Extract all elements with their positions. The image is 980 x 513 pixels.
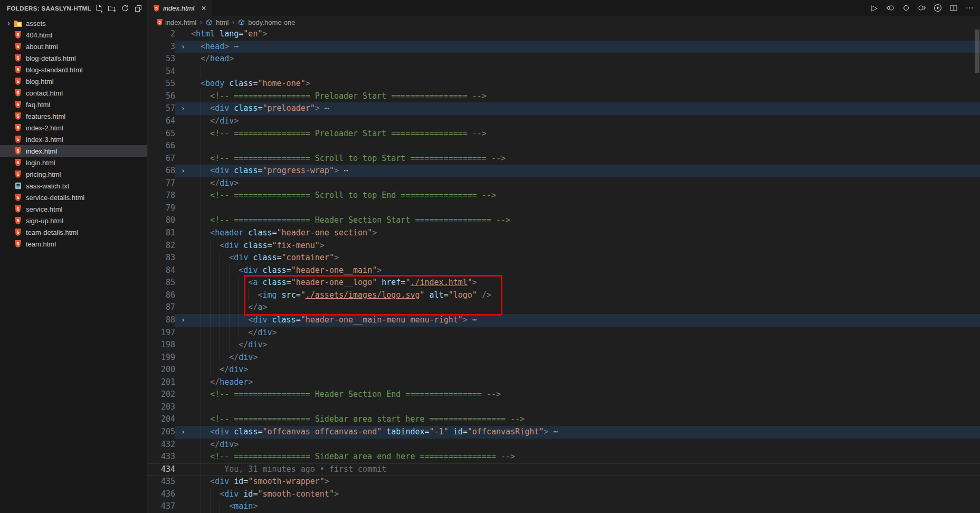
code-line-434[interactable]: 434You, 31 minutes ago • first commit <box>148 463 980 476</box>
code-line-87[interactable]: 87</a> <box>148 301 980 314</box>
code-line-55[interactable]: 55<body class="home-one"> <box>148 78 980 90</box>
code-line-198[interactable]: 198</div> <box>148 339 980 352</box>
nav-back-button[interactable] <box>885 3 896 13</box>
code-line-436[interactable]: 436<div id="smooth-content"> <box>148 488 980 501</box>
tree-item-about-html[interactable]: 5about.html <box>0 41 147 52</box>
tree-item-sign-up-html[interactable]: 5sign-up.html <box>0 215 147 226</box>
code-line-204[interactable]: 204<!-- ================ Sidebar area st… <box>148 413 980 426</box>
file-tree: ›assets5404.html5about.html5blog-details… <box>0 16 147 250</box>
chevron-right-icon[interactable]: › <box>4 19 13 27</box>
code-line-437[interactable]: 437<main> <box>148 500 980 513</box>
code-line-2[interactable]: 2<html lang="en"> <box>148 28 980 41</box>
code-line-3[interactable]: 3›<head> ⋯ <box>148 41 980 53</box>
breadcrumb-item-body[interactable]: body.home-one <box>237 18 295 26</box>
nav-circle-button[interactable] <box>901 3 911 13</box>
line-number: 3 <box>148 41 175 53</box>
tree-item-404-html[interactable]: 5404.html <box>0 29 147 41</box>
code-line-68[interactable]: 68›<div class="progress-wrap"> ⋯ <box>148 165 980 177</box>
code-line-67[interactable]: 67<!-- ================ Scroll to top St… <box>148 153 980 165</box>
code-line-84[interactable]: 84<div class="header-one__main"> <box>148 264 980 277</box>
editor-scrollbar[interactable] <box>975 30 979 73</box>
tab-bar: 5 index.html × ▷ <box>148 0 980 16</box>
new-file-button[interactable] <box>94 4 103 13</box>
code-line-57[interactable]: 57›<div class="preloader"> ⋯ <box>148 102 980 115</box>
tree-item-login-html[interactable]: 5login.html <box>0 157 147 168</box>
code-line-64[interactable]: 64</div> <box>148 115 980 128</box>
tree-item-service-html[interactable]: 5service.html <box>0 203 147 215</box>
file-label: service.html <box>26 205 62 213</box>
code-line-79[interactable]: 79 <box>148 202 980 215</box>
code-line-82[interactable]: 82<div class="fix-menu"> <box>148 240 980 252</box>
fold-gutter <box>175 327 191 339</box>
tree-item-index-html[interactable]: 5index.html <box>0 145 147 157</box>
code-line-199[interactable]: 199</div> <box>148 352 980 364</box>
line-content: </div> <box>191 177 980 190</box>
code-line-83[interactable]: 83<div class="container"> <box>148 252 980 264</box>
tree-item-index-2-html[interactable]: 5index-2.html <box>0 122 147 134</box>
line-content: <!-- ================ Header Section Sta… <box>191 214 980 227</box>
code-line-77[interactable]: 77</div> <box>148 177 980 190</box>
run-button[interactable]: ▷ <box>869 3 880 13</box>
fold-gutter <box>175 128 191 140</box>
fold-chevron-icon[interactable]: › <box>175 102 191 115</box>
tree-item-features-html[interactable]: 5features.html <box>0 110 147 122</box>
code-line-205[interactable]: 205›<div class="offcanvas offcanvas-end"… <box>148 426 980 439</box>
code-line-65[interactable]: 65<!-- ================ Preloader Start … <box>148 128 980 140</box>
code-line-197[interactable]: 197</div> <box>148 327 980 339</box>
code-line-201[interactable]: 201</header> <box>148 376 980 389</box>
tree-item-faq-html[interactable]: 5faq.html <box>0 99 147 110</box>
code-line-54[interactable]: 54 <box>148 65 980 78</box>
code-line-200[interactable]: 200</div> <box>148 364 980 376</box>
collapse-folders-button[interactable] <box>134 4 143 13</box>
code-line-86[interactable]: 86<img src="./assets/images/logo.svg" al… <box>148 289 980 302</box>
html5-file-icon: 5 <box>13 124 23 131</box>
live-preview-button[interactable] <box>933 3 943 13</box>
tree-item-blog-details-html[interactable]: 5blog-details.html <box>0 52 147 64</box>
code-line-202[interactable]: 202<!-- ================ Header Section … <box>148 388 980 401</box>
file-label: blog-standard.html <box>26 66 83 74</box>
tree-item-team-details-html[interactable]: 5team-details.html <box>0 226 147 238</box>
html5-file-icon: 5 <box>157 19 163 26</box>
new-folder-button[interactable] <box>107 4 117 13</box>
fold-gutter <box>175 352 191 364</box>
tree-item-assets[interactable]: ›assets <box>0 17 147 29</box>
code-line-85[interactable]: 85<a class="header-one__logo" href="./in… <box>148 277 980 289</box>
tree-item-sass-watch-txt[interactable]: sass-watch.txt <box>0 180 147 192</box>
fold-gutter <box>175 339 191 352</box>
refresh-button[interactable] <box>120 4 130 13</box>
code-line-203[interactable]: 203 <box>148 401 980 414</box>
more-actions-button[interactable]: ⋯ <box>964 3 975 13</box>
code-line-81[interactable]: 81<header class="header-one section"> <box>148 227 980 240</box>
line-number: 54 <box>148 65 175 78</box>
code-area[interactable]: 2<html lang="en">3›<head> ⋯53</head>5455… <box>148 28 980 513</box>
code-line-88[interactable]: 88›<div class="header-one__main-menu men… <box>148 314 980 327</box>
fold-chevron-icon[interactable]: › <box>175 314 191 327</box>
fold-chevron-icon[interactable]: › <box>175 426 191 439</box>
line-content <box>191 202 980 215</box>
tree-item-contact-html[interactable]: 5contact.html <box>0 87 147 99</box>
tree-item-blog-standard-html[interactable]: 5blog-standard.html <box>0 64 147 75</box>
code-line-432[interactable]: 432</div> <box>148 439 980 451</box>
close-icon[interactable]: × <box>201 4 206 13</box>
tree-item-blog-html[interactable]: 5blog.html <box>0 75 147 87</box>
code-line-53[interactable]: 53</head> <box>148 53 980 65</box>
tree-item-pricing-html[interactable]: 5pricing.html <box>0 168 147 180</box>
code-line-56[interactable]: 56<!-- ================ Preloader Start … <box>148 90 980 103</box>
tree-item-team-html[interactable]: 5team.html <box>0 238 147 250</box>
line-content: <div class="container"> <box>191 252 980 264</box>
tab-index-html[interactable]: 5 index.html × <box>148 0 212 16</box>
breadcrumb-item-file[interactable]: 5 index.html <box>157 18 196 26</box>
tree-item-index-3-html[interactable]: 5index-3.html <box>0 134 147 145</box>
code-line-435[interactable]: 435<div id="smooth-wrapper"> <box>148 476 980 488</box>
indent-guide <box>201 128 201 140</box>
fold-chevron-icon[interactable]: › <box>175 165 191 177</box>
fold-chevron-icon[interactable]: › <box>175 41 191 53</box>
code-line-433[interactable]: 433<!-- ================ Sidebar area en… <box>148 451 980 463</box>
tree-item-service-details-html[interactable]: 5service-details.html <box>0 192 147 203</box>
code-line-66[interactable]: 66 <box>148 140 980 153</box>
code-line-78[interactable]: 78<!-- ================ Scroll to top En… <box>148 189 980 202</box>
split-editor-button[interactable] <box>948 3 959 13</box>
code-line-80[interactable]: 80<!-- ================ Header Section S… <box>148 214 980 227</box>
nav-forward-button[interactable] <box>917 3 927 13</box>
breadcrumb-item-html[interactable]: html <box>205 18 229 26</box>
